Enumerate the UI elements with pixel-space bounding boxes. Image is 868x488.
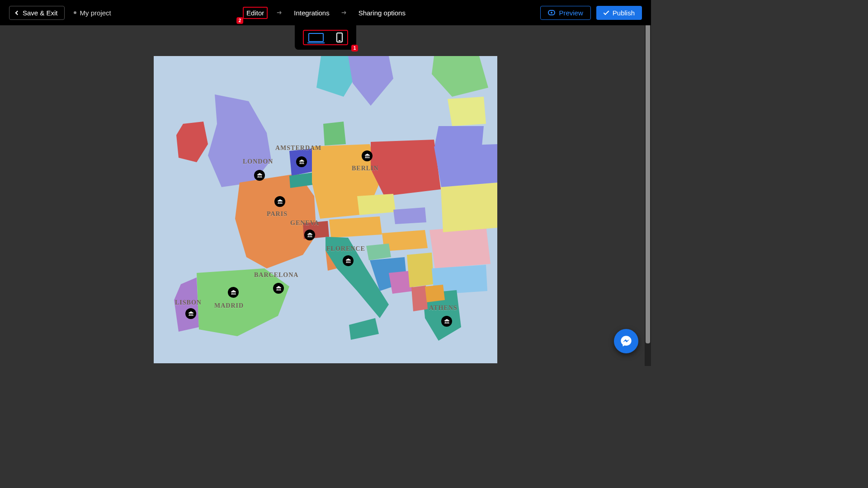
crumb-sharing[interactable]: Sharing options [356, 8, 408, 18]
marker-barcelona[interactable] [273, 283, 284, 294]
city-label-florence: FLORENCE [326, 245, 365, 253]
city-label-madrid: MADRID [214, 302, 244, 310]
device-toggle: 1 [295, 25, 356, 50]
bank-icon [276, 286, 282, 291]
bank-icon [364, 153, 370, 159]
annotation-badge-1: 1 [351, 45, 358, 52]
city-label-lisbon: LISBON [175, 299, 202, 306]
marker-berlin[interactable] [362, 150, 373, 161]
scrollbar[interactable] [645, 0, 651, 366]
city-label-paris: PARIS [267, 211, 288, 218]
crumb-editor[interactable]: Editor [243, 7, 268, 19]
top-bar: Save & Exit My project Editor 2 Integrat… [0, 0, 651, 25]
save-exit-button[interactable]: Save & Exit [9, 6, 65, 20]
chat-fab[interactable] [614, 329, 638, 353]
city-label-geneva: GENEVA [290, 220, 319, 227]
breadcrumbs: Editor 2 Integrations Sharing options [243, 8, 408, 18]
city-label-berlin: BERLIN [352, 165, 379, 172]
chevron-right-icon [276, 9, 283, 16]
check-icon [603, 9, 609, 15]
marker-paris[interactable] [274, 196, 285, 207]
save-exit-label: Save & Exit [23, 9, 58, 17]
bank-icon [307, 232, 313, 238]
bank-icon [444, 319, 450, 324]
publish-button[interactable]: Publish [596, 6, 642, 20]
marker-madrid[interactable] [228, 287, 239, 298]
city-label-london: LONDON [243, 158, 273, 165]
bank-icon [188, 311, 194, 317]
bank-icon [299, 159, 305, 165]
city-label-athens: ATHENS [429, 305, 458, 312]
bank-icon [277, 199, 283, 205]
annotation-badge-2: 2 [236, 17, 243, 24]
eye-icon [548, 10, 555, 15]
map-stage[interactable]: LONDONAMSTERDAMBERLINPARISGENEVAFLORENCE… [154, 56, 497, 363]
header-actions: Preview Publish [540, 6, 642, 20]
crumb-integrations[interactable]: Integrations [291, 8, 332, 18]
bank-icon [345, 258, 351, 264]
marker-florence[interactable] [343, 255, 354, 266]
marker-lisbon[interactable] [185, 308, 196, 319]
preview-label: Preview [559, 9, 583, 17]
publish-label: Publish [613, 9, 635, 17]
marker-athens[interactable] [441, 316, 452, 327]
scrollbar-thumb[interactable] [646, 0, 650, 343]
marker-london[interactable] [254, 170, 265, 181]
status-dot-icon [74, 11, 76, 14]
city-label-barcelona: BARCELONA [254, 272, 298, 279]
project-name-label: My project [80, 9, 111, 17]
desktop-view-button[interactable] [308, 33, 324, 42]
marker-geneva[interactable] [304, 230, 315, 240]
city-label-amsterdam: AMSTERDAM [275, 145, 321, 152]
chevron-left-icon [15, 10, 20, 15]
project-name[interactable]: My project [74, 9, 111, 17]
bank-icon [231, 290, 236, 296]
messenger-icon [620, 335, 632, 347]
bank-icon [257, 173, 263, 178]
marker-amsterdam[interactable] [296, 156, 307, 167]
mobile-view-button[interactable] [336, 33, 343, 42]
editor-canvas[interactable]: LONDONAMSTERDAMBERLINPARISGENEVAFLORENCE… [0, 25, 651, 366]
preview-button[interactable]: Preview [540, 6, 590, 20]
chevron-right-icon [340, 9, 348, 16]
